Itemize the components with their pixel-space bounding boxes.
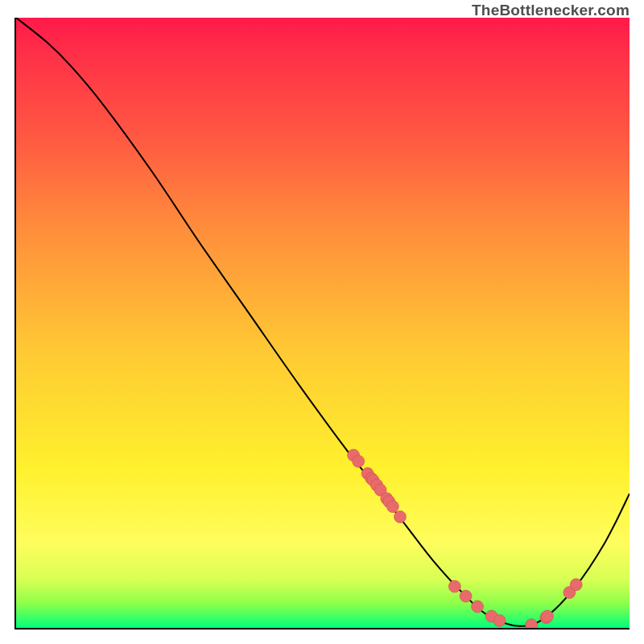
data-marker [460,590,472,602]
data-marker [386,501,398,513]
chart-svg [16,18,630,628]
data-marker [493,614,506,626]
data-marker [448,580,460,592]
attribution-text: TheBottlenecker.com [472,2,630,19]
data-marker [472,601,484,613]
data-marker [541,610,553,622]
data-marker [526,619,538,628]
markers-group [348,449,583,628]
data-marker [570,579,582,591]
plot-area [14,18,630,630]
data-marker [394,511,407,523]
bottleneck-chart: TheBottlenecker.com [0,0,644,644]
bottleneck-curve [16,18,630,626]
data-marker [353,456,365,468]
